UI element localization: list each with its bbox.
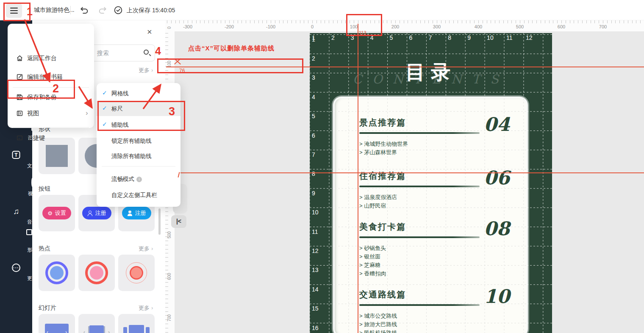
submenu-item-customize-toolbar[interactable]: 自定义左侧工具栏 [97, 187, 180, 203]
slideshow-thumb [123, 324, 150, 333]
menu-item-back-workspace[interactable]: 返回工作台 [8, 50, 94, 67]
button-card-settings[interactable]: ⚙设置 [39, 195, 75, 231]
menu-item-view[interactable]: 视图 › [8, 105, 94, 122]
toc-page-number: 06 [484, 167, 510, 189]
grid-row-label: 6 [312, 132, 315, 139]
submenu-item-lock-guides[interactable]: 锁定所有辅助线 [97, 133, 180, 148]
sidebar-item-more[interactable]: ··· 更多 [0, 263, 32, 285]
annotation-tip-text: 点击“X”可以删除单条辅助线 [188, 44, 275, 53]
slide-card-1[interactable]: ‹› [39, 314, 75, 333]
h-ruler-label: 400 [470, 24, 487, 29]
submenu-item-label: 网格线 [111, 90, 129, 97]
toc-item: > 淹城野生动物世界 [359, 140, 408, 148]
more-link[interactable]: 更多› [139, 245, 160, 253]
h-ruler-label: -300 [179, 24, 196, 29]
redo-icon [98, 6, 107, 15]
toc-item: > 芝麻糖 [359, 261, 386, 269]
submenu-item-clear-guides[interactable]: 清除所有辅助线 [97, 148, 180, 164]
grid-row-label: 16 [312, 325, 319, 331]
sidebar-item-music[interactable]: ♫ 音乐 [0, 206, 32, 228]
last-saved-status: 上次保存 15:40:05 [127, 7, 175, 14]
grid-row-label: 13 [312, 266, 319, 273]
toc-section[interactable]: 交通路线篇 10 > 城市公交路线 > 旅游大巴路线 > 民航机场路线 [359, 289, 525, 300]
keyboard-icon [16, 134, 23, 143]
toc-item: > 山野民宿 [359, 202, 397, 210]
hotspot-blue [45, 261, 68, 284]
button-label: 注册 [135, 209, 146, 217]
grid-row-label: 11 [312, 228, 318, 235]
menu-item-label: 视图 [27, 110, 39, 117]
hotspot-card-blue[interactable] [39, 255, 75, 291]
close-icon[interactable]: × [147, 28, 152, 36]
home-icon [16, 55, 23, 64]
chevron-right-icon: › [151, 245, 153, 252]
grid-col-label: 7 [428, 34, 432, 41]
grid-col-label: 6 [409, 34, 413, 41]
search-icon [144, 50, 149, 55]
check-icon: ✓ [102, 89, 107, 96]
undo-icon [80, 6, 89, 15]
toc-item: > 温泉度假酒店 [359, 193, 397, 202]
toc-section[interactable]: 景点推荐篇 04 > 淹城野生动物世界 > 茅山森林世界 [359, 117, 525, 128]
grid-col-label: 8 [448, 34, 451, 41]
toc-underline [359, 304, 480, 306]
toc-item: > 银丝面 [359, 253, 386, 261]
submenu-item-gridlines[interactable]: ✓ 网格线 [97, 86, 180, 101]
person-outline-icon [87, 211, 93, 216]
toc-item: > 城市公交路线 [359, 312, 397, 320]
toc-underline [359, 186, 480, 187]
collapse-panel-button[interactable]: |< [171, 215, 186, 228]
section-title-buttons: 按钮 [39, 185, 50, 193]
annotation-step-3: 3 [169, 105, 175, 118]
toc-item: > 旅游大巴路线 [359, 320, 397, 329]
hotspot-salmon [126, 262, 147, 283]
design-page[interactable]: 123456789101112 12345678910111213141516 … [310, 33, 552, 333]
more-link[interactable]: 更多› [139, 67, 160, 74]
hotspot-red [85, 261, 108, 284]
toc-underline [359, 236, 480, 238]
toc-item: > 砂锅鱼头 [359, 244, 386, 253]
sidebar-item-shape[interactable]: 形状 [0, 234, 32, 256]
more-link[interactable]: 更多› [139, 304, 160, 312]
h-ruler-label: 200 [387, 24, 404, 29]
submenu-item-label: 清除所有辅助线 [111, 153, 152, 160]
horizontal-guide-line[interactable] [166, 172, 644, 173]
toc-item: > 香糟扣肉 [359, 269, 386, 278]
app-window: -300-200-1000100200300400500600700 01005… [0, 0, 644, 333]
slide-card-3[interactable] [118, 314, 155, 333]
panel-scrollbar[interactable] [158, 208, 161, 235]
menu-item-shortcuts[interactable]: 快捷键 [8, 130, 94, 147]
person-filled-icon [127, 211, 133, 216]
h-ruler-label: -100 [262, 24, 279, 29]
square-shape [46, 145, 68, 167]
grid-row-label: 14 [312, 286, 319, 293]
undo-button[interactable] [80, 6, 89, 17]
text-icon: T [12, 151, 20, 159]
main-dropdown-menu: 返回工作台 编辑当前书籍 保存和备份 视图 › 快捷键 [8, 24, 94, 128]
h-ruler-label: 600 [553, 24, 570, 29]
sidebar-item-video[interactable]: 视频 [0, 178, 32, 200]
slide-card-2[interactable]: ‹› [78, 314, 115, 333]
submenu-item-fluent-mode[interactable]: 流畅模式i [97, 171, 180, 186]
grid-row-label: 7 [312, 151, 315, 158]
toc-item: > 民航机场路线 [359, 329, 397, 333]
toc-page-number: 10 [484, 286, 510, 307]
hotspot-card-salmon[interactable] [118, 255, 155, 291]
grid-row-label: 4 [312, 94, 315, 100]
h-ruler-label: 0 [304, 24, 321, 29]
menu-divider [102, 166, 175, 166]
toc-section[interactable]: 美食打卡篇 08 > 砂锅鱼头 > 银丝面 > 芝麻糖 > 香糟扣肉 [359, 221, 525, 233]
chevron-right-icon: › [86, 109, 88, 117]
info-icon: i [136, 177, 142, 182]
submenu-item-label: 锁定所有辅助线 [111, 137, 152, 145]
vertical-guide-line[interactable] [358, 24, 358, 333]
menu-item-label: 返回工作台 [27, 55, 57, 62]
sidebar-item-text[interactable]: T 文字 [0, 150, 32, 172]
redo-button[interactable] [98, 6, 107, 17]
grid-col-label: 5 [390, 34, 393, 41]
document-title: 城市旅游特色... [34, 6, 75, 14]
gear-icon: ⚙ [47, 210, 53, 216]
hotspot-card-red[interactable] [78, 255, 115, 291]
grid-row-label: 1 [312, 36, 315, 43]
annotation-box-ruler [346, 14, 382, 36]
